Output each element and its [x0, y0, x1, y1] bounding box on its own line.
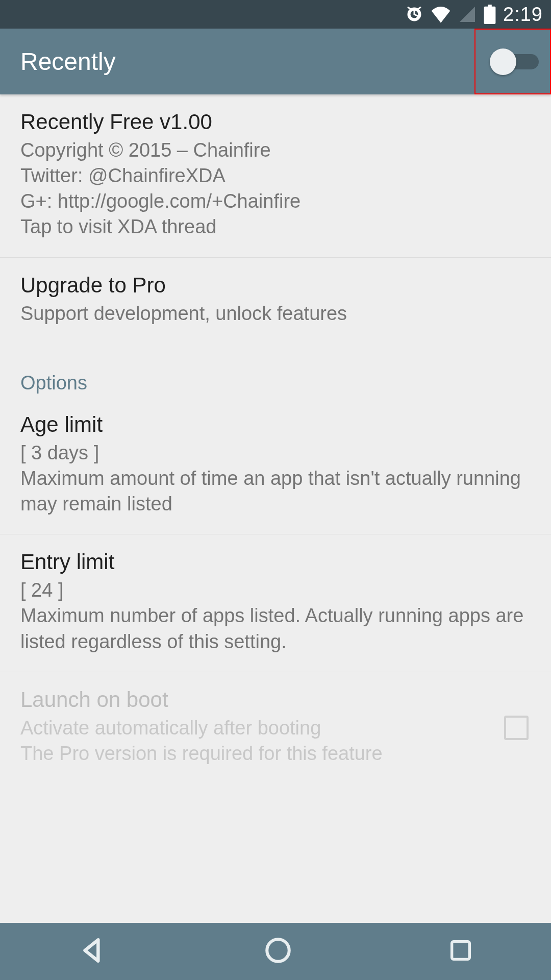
about-title: Recently Free v1.00 [20, 110, 531, 134]
upgrade-item[interactable]: Upgrade to Pro Support development, unlo… [0, 258, 551, 344]
entry-limit-desc: Maximum number of apps listed. Actually … [20, 603, 531, 654]
upgrade-title: Upgrade to Pro [20, 273, 531, 298]
master-toggle-highlight [474, 29, 551, 94]
about-line4: Tap to visit XDA thread [20, 214, 531, 239]
master-toggle[interactable] [490, 46, 536, 77]
home-button[interactable] [263, 936, 293, 967]
launch-on-boot-item: Launch on boot Activate automatically af… [0, 672, 551, 783]
recents-button[interactable] [447, 937, 474, 966]
status-time: 2:19 [503, 4, 543, 26]
entry-limit-value: [ 24 ] [20, 577, 531, 603]
about-line2: Twitter: @ChainfireXDA [20, 163, 531, 188]
back-button[interactable] [77, 935, 109, 968]
entry-limit-title: Entry limit [20, 550, 531, 574]
back-icon [77, 935, 109, 966]
age-limit-desc: Maximum amount of time an app that isn't… [20, 465, 531, 517]
recents-icon [447, 937, 474, 964]
alarm-icon [405, 5, 423, 23]
launch-boot-line1: Activate automatically after booting [20, 715, 485, 741]
about-item[interactable]: Recently Free v1.00 Copyright © 2015 – C… [0, 94, 551, 258]
battery-icon [484, 5, 496, 24]
app-bar: Recently [0, 29, 551, 94]
content-area: Recently Free v1.00 Copyright © 2015 – C… [0, 94, 551, 923]
age-limit-value: [ 3 days ] [20, 440, 531, 465]
launch-boot-checkbox [504, 716, 529, 740]
age-limit-title: Age limit [20, 412, 531, 437]
age-limit-item[interactable]: Age limit [ 3 days ] Maximum amount of t… [0, 397, 551, 534]
cell-signal-icon [458, 5, 477, 23]
svg-point-0 [267, 939, 289, 962]
status-bar: 2:19 [0, 0, 551, 29]
app-title: Recently [20, 47, 116, 76]
entry-limit-item[interactable]: Entry limit [ 24 ] Maximum number of app… [0, 534, 551, 672]
launch-boot-title: Launch on boot [20, 688, 485, 712]
options-header: Options [0, 344, 551, 397]
toggle-thumb [490, 48, 516, 75]
about-line1: Copyright © 2015 – Chainfire [20, 137, 531, 163]
upgrade-sub: Support development, unlock features [20, 301, 531, 326]
wifi-icon [431, 6, 451, 23]
launch-boot-line2: The Pro version is required for this fea… [20, 741, 485, 766]
about-line3: G+: http://google.com/+Chainfire [20, 188, 531, 214]
nav-bar [0, 923, 551, 980]
home-icon [263, 936, 293, 965]
svg-rect-1 [452, 942, 469, 960]
